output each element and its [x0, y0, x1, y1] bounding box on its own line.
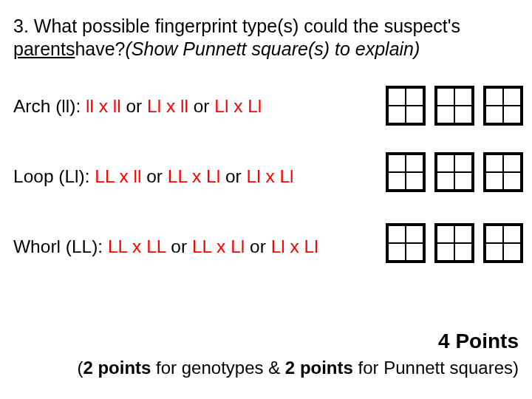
loop-or-2: or	[220, 166, 246, 186]
whorl-cross-1: LL x LL	[108, 236, 166, 256]
whorl-label: Whorl (LL):	[13, 236, 108, 256]
loop-or-1: or	[141, 166, 167, 186]
punnett-square	[386, 223, 426, 263]
punnett-square	[483, 223, 523, 263]
slide: 3. What possible fingerprint type(s) cou…	[0, 0, 532, 399]
loop-cross-3: Ll x Ll	[247, 166, 294, 186]
arch-cross-2: Ll x ll	[147, 96, 188, 116]
whorl-cross-2: LL x Ll	[192, 236, 245, 256]
punnett-group-whorl	[386, 223, 523, 263]
punnett-square	[434, 152, 474, 192]
loop-cross-1: LL x ll	[95, 166, 141, 186]
rubric-bold-2: 2 points	[285, 358, 353, 378]
arch-or-1: or	[121, 96, 147, 116]
punnett-square	[483, 86, 523, 126]
rubric-text-2: for Punnett squares)	[353, 358, 519, 378]
arch-label: Arch (ll):	[13, 96, 86, 116]
punnett-square	[483, 152, 523, 192]
question-instruction: (Show Punnett square(s) to explain)	[126, 38, 420, 59]
question-line-1: 3. What possible fingerprint type(s) cou…	[13, 16, 460, 36]
question-have: have?	[75, 38, 125, 61]
whorl-or-1: or	[166, 236, 192, 256]
arch-or-2: or	[188, 96, 214, 116]
rubric-bold-1: 2 points	[83, 358, 151, 378]
whorl-cross-3: Ll x Ll	[271, 236, 318, 256]
punnett-square	[434, 86, 474, 126]
loop-cross-2: LL x Ll	[168, 166, 220, 186]
rubric-text-1: for genotypes &	[151, 358, 284, 378]
question-text: 3. What possible fingerprint type(s) cou…	[13, 15, 516, 61]
question-parents-underline: parents	[13, 38, 75, 59]
arch-cross-1: ll x ll	[86, 96, 121, 116]
punnett-square	[386, 86, 426, 126]
punnett-square	[386, 152, 426, 192]
whorl-or-2: or	[245, 236, 270, 256]
arch-cross-3: Ll x Ll	[214, 96, 262, 116]
punnett-group-arch	[386, 86, 523, 126]
rubric-line: (2 points for genotypes & 2 points for P…	[0, 358, 532, 378]
punnett-square	[434, 223, 474, 263]
points-total: 4 Points	[438, 330, 519, 353]
punnett-group-loop	[386, 152, 523, 192]
loop-label: Loop (Ll):	[13, 166, 95, 186]
